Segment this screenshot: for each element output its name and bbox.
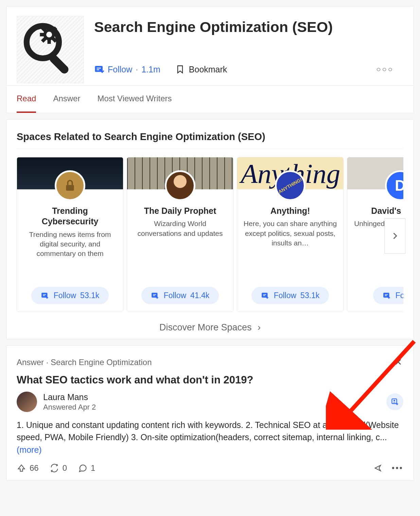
svg-rect-14 <box>383 293 389 297</box>
comment-icon <box>78 463 87 473</box>
svg-rect-11 <box>152 293 157 297</box>
svg-rect-13 <box>262 293 267 297</box>
discover-more-link[interactable]: Discover More Spaces › <box>17 322 403 333</box>
question-title[interactable]: What SEO tactics work and what don't in … <box>6 374 414 392</box>
bookmark-button[interactable]: Bookmark <box>175 65 227 74</box>
comment-count: 1 <box>91 463 95 473</box>
space-follow-label: Follow <box>396 291 403 300</box>
more-options-button[interactable]: ••• <box>392 463 403 473</box>
space-desc: Trending news items from digital securit… <box>23 230 117 259</box>
space-body: Trending Cybersecurity Trending news ite… <box>17 189 123 287</box>
follow-icon <box>261 291 270 300</box>
space-follow-count: 53.1k <box>80 291 99 300</box>
reshare-button[interactable]: 0 <box>50 463 67 473</box>
space-desc: Wizarding World conversations and update… <box>133 219 227 238</box>
avatar[interactable] <box>17 392 37 412</box>
bookmark-label: Bookmark <box>189 65 227 74</box>
author-info: Laura Mans Answered Apr 2 <box>43 392 96 412</box>
author-row: Laura Mans Answered Apr 2 <box>6 392 414 416</box>
follower-count: 1.1m <box>141 65 160 74</box>
chevron-right-icon: › <box>258 322 261 332</box>
svg-point-18 <box>393 400 395 401</box>
author-name[interactable]: Laura Mans <box>43 392 96 402</box>
follow-icon <box>151 291 160 300</box>
upvote-count: 66 <box>30 463 39 473</box>
spaces-card: Spaces Related to Search Engine Optimiza… <box>6 119 414 339</box>
spaces-row: Trending Cybersecurity Trending news ite… <box>17 157 403 312</box>
answer-body: 1. Unique and constant updating content … <box>6 416 414 461</box>
svg-point-7 <box>46 32 52 37</box>
space-name: David's Digest <box>353 206 403 216</box>
reshare-count: 0 <box>63 463 67 473</box>
space-follow-label: Follow <box>274 291 296 300</box>
topic-info: Search Engine Optimization (SEO) Follow … <box>94 16 403 83</box>
space-banner: D <box>347 157 403 189</box>
answer-meta: Answer · Search Engine Optimization <box>17 358 152 367</box>
answer-text: 1. Unique and constant updating content … <box>17 420 399 442</box>
space-card[interactable]: The Daily Prophet Wizarding World conver… <box>127 157 233 312</box>
share-icon <box>373 463 383 473</box>
svg-rect-10 <box>41 293 47 297</box>
space-follow-button[interactable]: Follow 53.1k <box>251 287 329 304</box>
topic-icon <box>17 16 84 83</box>
tab-answer[interactable]: Answer <box>53 86 80 113</box>
upvote-icon <box>17 463 26 473</box>
footer-right: ••• <box>373 463 403 473</box>
space-avatar <box>55 170 85 201</box>
space-avatar: ANYTHING! <box>275 170 305 201</box>
follow-icon <box>383 291 391 300</box>
answer-type-label: Answer <box>17 358 44 367</box>
space-follow-label: Follow <box>54 291 76 300</box>
space-follow-button[interactable]: Follow 53.1k <box>31 287 109 304</box>
space-follow-button[interactable]: Follow 41.4k <box>141 287 219 304</box>
follow-label: Follow <box>108 65 132 74</box>
follow-sep: · <box>136 65 138 74</box>
space-avatar <box>165 170 195 201</box>
answer-topic-label[interactable]: Search Engine Optimization <box>51 358 152 367</box>
svg-rect-9 <box>66 185 74 191</box>
topic-header-row: Search Engine Optimization (SEO) Follow … <box>6 6 414 83</box>
space-follow-count: 53.1k <box>300 291 319 300</box>
space-banner: Anything ANYTHING! <box>237 157 343 189</box>
space-card[interactable]: Trending Cybersecurity Trending news ite… <box>17 157 123 312</box>
more-options-button[interactable]: ○○○ <box>373 62 397 76</box>
more-link[interactable]: (more) <box>17 445 42 454</box>
topic-actions-row: Follow · 1.1m Bookmark ○○○ <box>94 62 403 76</box>
follow-user-icon <box>390 397 399 406</box>
tab-read[interactable]: Read <box>17 86 36 113</box>
topic-title: Search Engine Optimization (SEO) <box>94 19 403 35</box>
comment-button[interactable]: 1 <box>78 463 95 473</box>
discover-label: Discover More Spaces <box>159 322 252 332</box>
reshare-icon <box>50 463 59 473</box>
space-name: The Daily Prophet <box>133 206 227 216</box>
magnifier-gear-icon <box>21 21 79 79</box>
follow-icon <box>41 291 50 300</box>
share-button[interactable] <box>373 463 383 473</box>
svg-rect-8 <box>95 66 103 72</box>
svg-rect-1 <box>48 53 70 75</box>
space-follow-count: 41.4k <box>190 291 209 300</box>
chevron-right-icon <box>390 231 400 241</box>
topic-header-card: Search Engine Optimization (SEO) Follow … <box>6 6 414 113</box>
upvote-button[interactable]: 66 <box>17 463 39 473</box>
space-follow-label: Follow <box>164 291 186 300</box>
spaces-heading: Spaces Related to Search Engine Optimiza… <box>17 131 403 149</box>
space-name: Trending Cybersecurity <box>23 206 117 227</box>
follow-button[interactable]: Follow · 1.1m <box>94 64 160 74</box>
tab-most-viewed[interactable]: Most Viewed Writers <box>97 86 172 113</box>
space-banner <box>127 157 233 189</box>
follow-user-button[interactable] <box>386 393 403 410</box>
space-follow-button[interactable]: Follow <box>373 287 403 304</box>
follow-icon <box>94 64 104 74</box>
dismiss-answer-button[interactable]: ✕ <box>393 355 403 369</box>
answer-card: Answer · Search Engine Optimization ✕ Wh… <box>6 345 414 481</box>
answer-meta-row: Answer · Search Engine Optimization ✕ <box>6 346 414 374</box>
spaces-carousel: Trending Cybersecurity Trending news ite… <box>17 157 403 312</box>
carousel-next-button[interactable] <box>384 218 405 254</box>
answered-date: Answered Apr 2 <box>43 403 96 412</box>
space-body: The Daily Prophet Wizarding World conver… <box>127 189 233 287</box>
space-card[interactable]: Anything ANYTHING! Anything! Here, you c… <box>237 157 344 312</box>
space-desc: Here, you can share anything except poli… <box>243 219 337 248</box>
tabs-row: Read Answer Most Viewed Writers <box>6 85 414 113</box>
lock-icon <box>63 179 77 192</box>
